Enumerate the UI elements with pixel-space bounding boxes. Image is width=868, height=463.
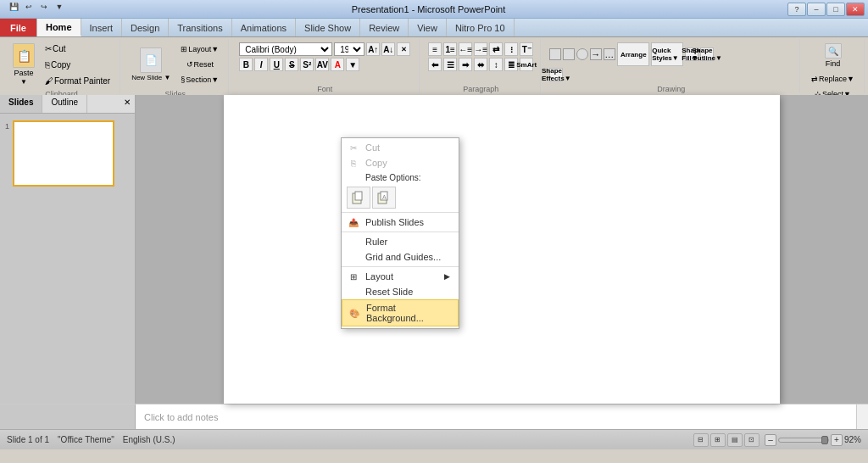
text-dir-btn[interactable]: T⁻: [520, 42, 533, 56]
view-normal-btn[interactable]: ⊟: [693, 433, 709, 447]
paste-icon: 📋: [13, 43, 35, 68]
paste-button[interactable]: 📋 Paste ▼: [8, 41, 39, 88]
format-painter-button[interactable]: 🖌 Format Painter: [41, 74, 114, 88]
tab-review[interactable]: Review: [360, 19, 409, 36]
paste-option-2[interactable]: A: [372, 187, 396, 209]
font-size-select[interactable]: 19: [334, 42, 364, 56]
ctx-cut[interactable]: ✂ Cut: [342, 140, 459, 155]
col-btn[interactable]: ⫶: [504, 42, 518, 56]
new-slide-button[interactable]: 📄 New Slide ▼: [127, 41, 175, 88]
tab-animations[interactable]: Animations: [232, 19, 296, 36]
ctx-ruler[interactable]: Ruler: [342, 234, 459, 249]
slide-thumbnail-1[interactable]: [13, 120, 114, 187]
maximize-button[interactable]: □: [826, 3, 845, 16]
save-quick-btn[interactable]: 💾: [7, 3, 20, 16]
quick-access-toolbar: 💾 ↩ ↪ ▼: [3, 2, 70, 17]
clear-format-btn[interactable]: ✕: [397, 42, 410, 56]
ctx-reset-slide[interactable]: Reset Slide: [342, 284, 459, 299]
slide-number-1: 1: [5, 122, 9, 131]
undo-quick-btn[interactable]: ↩: [22, 3, 36, 16]
view-slide-btn[interactable]: ⊞: [710, 433, 726, 447]
shape-effects-btn[interactable]: Shape Effects▼: [549, 68, 563, 81]
section-button[interactable]: § Section▼: [176, 73, 223, 86]
format-bg-icon: 🎨: [348, 306, 361, 320]
paste-option-1[interactable]: [347, 187, 370, 209]
notes-scrollbar[interactable]: [856, 404, 868, 429]
copy-button[interactable]: ⎘ Copy: [41, 58, 114, 72]
ctx-copy[interactable]: ⎘ Copy: [342, 155, 459, 170]
scissors-icon: ✂: [347, 141, 360, 154]
rtl-btn[interactable]: ⇄: [489, 42, 503, 56]
char-spacing-btn[interactable]: AV: [315, 58, 329, 71]
slide-panel-tabs: Slides Outline ✕: [0, 95, 135, 114]
notes-content[interactable]: Click to add notes: [136, 412, 856, 422]
redo-quick-btn[interactable]: ↪: [37, 3, 51, 16]
ribbon-group-paragraph: ≡ 1≡ ←≡ →≡ ⇄ ⫶ T⁻ ⬅ ☰ ➡ ⬌ ↕ ≣ SmArt Para…: [421, 39, 541, 93]
tab-view[interactable]: View: [409, 19, 447, 36]
bullets-btn[interactable]: ≡: [428, 42, 442, 56]
shape-more-btn[interactable]: …: [604, 48, 615, 60]
tab-home[interactable]: Home: [37, 19, 81, 36]
slide-item-1: 1: [5, 120, 130, 187]
slides-tab[interactable]: Slides: [0, 95, 42, 113]
justify-btn[interactable]: ⬌: [474, 58, 487, 71]
close-button[interactable]: ✕: [846, 3, 865, 16]
ctx-publish-slides[interactable]: 📤 Publish Slides: [342, 215, 459, 230]
underline-btn[interactable]: U: [270, 58, 283, 71]
font-color-btn[interactable]: A: [331, 58, 344, 71]
strikethrough-btn[interactable]: S: [285, 58, 298, 71]
smartart-btn[interactable]: SmArt: [520, 58, 533, 71]
align-right-btn[interactable]: ➡: [459, 58, 472, 71]
replace-button[interactable]: ⇄ Replace▼: [807, 72, 859, 86]
ctx-sep-1: [342, 212, 459, 213]
zoom-in-btn[interactable]: +: [831, 434, 843, 446]
language-info[interactable]: English (U.S.): [123, 435, 175, 444]
panel-close-btn[interactable]: ✕: [120, 95, 135, 113]
align-center-btn[interactable]: ☰: [443, 58, 457, 71]
cut-button[interactable]: ✂ Cut: [41, 42, 114, 56]
ctx-format-background[interactable]: 🎨 Format Background...: [342, 299, 459, 326]
decrease-indent-btn[interactable]: ←≡: [459, 42, 472, 56]
view-reading-btn[interactable]: ▤: [727, 433, 743, 447]
shape-rect-btn[interactable]: [563, 48, 575, 60]
tab-transitions[interactable]: Transitions: [169, 19, 231, 36]
shadow-btn[interactable]: S²: [300, 58, 314, 71]
slides-buttons: 📄 New Slide ▼ ⊞ Layout▼ ↺ Reset § Sectio…: [127, 41, 223, 88]
tab-slideshow[interactable]: Slide Show: [296, 19, 360, 36]
increase-font-btn[interactable]: A↑: [366, 42, 380, 56]
qa-dropdown-btn[interactable]: ▼: [53, 3, 66, 16]
tab-nitro[interactable]: Nitro Pro 10: [447, 19, 515, 36]
minimize-button[interactable]: –: [807, 3, 826, 16]
arrange-btn[interactable]: Arrange: [617, 42, 649, 66]
zoom-out-btn[interactable]: –: [765, 434, 776, 446]
line-spacing-btn[interactable]: ↕: [489, 58, 503, 71]
zoom-slider[interactable]: [778, 438, 829, 443]
slide-canvas[interactable]: ✂ Cut ⎘ Copy Paste Options:: [224, 95, 780, 404]
help-button[interactable]: ?: [787, 3, 806, 16]
zoom-level[interactable]: 92%: [844, 435, 861, 444]
align-left-btn[interactable]: ⬅: [428, 58, 442, 71]
decrease-font-btn[interactable]: A↓: [381, 42, 395, 56]
ctx-layout[interactable]: ⊞ Layout ▶: [342, 269, 459, 284]
font-label: Font: [236, 83, 414, 93]
tab-design[interactable]: Design: [122, 19, 169, 36]
layout-button[interactable]: ⊞ Layout▼: [176, 42, 223, 56]
tab-file[interactable]: File: [0, 19, 37, 36]
shape-outline-btn[interactable]: Shape Outline▼: [700, 47, 714, 61]
ctx-grid-guides[interactable]: Grid and Guides...: [342, 249, 459, 265]
bold-btn[interactable]: B: [239, 58, 253, 71]
numbering-btn[interactable]: 1≡: [443, 42, 457, 56]
reset-button[interactable]: ↺ Reset: [176, 58, 223, 71]
find-button[interactable]: 🔍 Find: [807, 41, 859, 70]
font-color-arrow[interactable]: ▼: [346, 58, 359, 71]
shape-ellipse-btn[interactable]: [576, 48, 588, 60]
quick-styles-btn[interactable]: Quick Styles▼: [651, 42, 683, 66]
shape-line-btn[interactable]: [549, 48, 561, 60]
font-name-select[interactable]: Calibri (Body): [239, 42, 332, 56]
shape-arrow-btn[interactable]: →: [590, 48, 602, 60]
italic-btn[interactable]: I: [254, 58, 268, 71]
tab-insert[interactable]: Insert: [81, 19, 123, 36]
increase-indent-btn[interactable]: →≡: [474, 42, 487, 56]
view-slideshow-btn[interactable]: ⊡: [744, 433, 760, 447]
outline-tab[interactable]: Outline: [42, 95, 87, 113]
